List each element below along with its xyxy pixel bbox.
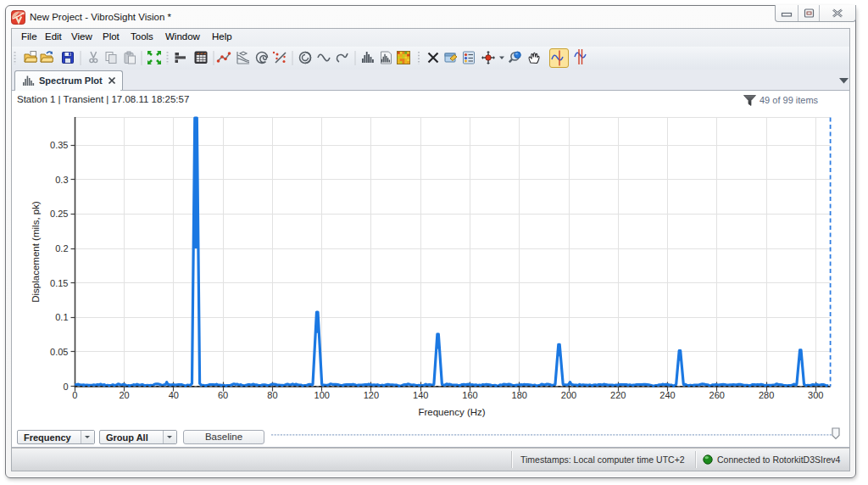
svg-text:100: 100 <box>314 390 330 400</box>
svg-text:0.15: 0.15 <box>50 278 68 288</box>
svg-text:240: 240 <box>659 390 675 400</box>
svg-text:0.35: 0.35 <box>50 140 68 150</box>
svg-text:60: 60 <box>218 390 228 400</box>
svg-text:0: 0 <box>72 390 77 400</box>
svg-text:Frequency (Hz): Frequency (Hz) <box>418 407 485 417</box>
svg-text:0.3: 0.3 <box>55 175 68 185</box>
svg-text:160: 160 <box>462 390 477 400</box>
svg-text:0.2: 0.2 <box>55 243 68 254</box>
svg-text:20: 20 <box>119 390 129 400</box>
svg-text:300: 300 <box>808 390 823 400</box>
svg-text:0: 0 <box>63 382 68 392</box>
svg-text:220: 220 <box>610 390 626 400</box>
svg-text:180: 180 <box>512 390 527 400</box>
svg-text:280: 280 <box>759 390 774 400</box>
svg-text:Displacement (mils, pk): Displacement (mils, pk) <box>31 201 41 303</box>
svg-text:0.05: 0.05 <box>50 347 68 357</box>
svg-text:260: 260 <box>709 390 725 400</box>
svg-text:200: 200 <box>561 390 576 400</box>
svg-text:140: 140 <box>413 390 428 400</box>
svg-text:80: 80 <box>267 390 277 400</box>
svg-text:40: 40 <box>169 390 179 400</box>
svg-text:120: 120 <box>364 390 379 400</box>
svg-text:0.25: 0.25 <box>50 209 68 219</box>
svg-text:0.1: 0.1 <box>55 312 68 322</box>
